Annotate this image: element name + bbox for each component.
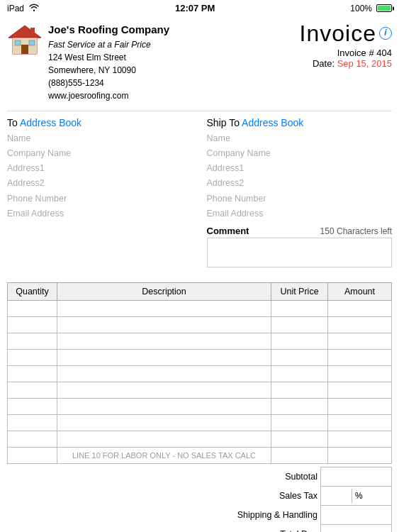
row9-unit[interactable] <box>271 431 328 448</box>
row2-amount[interactable] <box>328 317 392 333</box>
comment-chars-left: 150 Characters left <box>320 226 392 236</box>
header-amount: Amount <box>328 283 392 301</box>
row9-qty[interactable] <box>8 431 57 448</box>
to-email: Email Address <box>7 206 193 221</box>
totals-section: Subtotal Sales Tax % Shipping & Handling <box>7 467 392 532</box>
to-label: To <box>7 117 18 128</box>
labor-row: LINE 10 FOR LABOR ONLY - NO SALES TAX CA… <box>8 448 392 464</box>
row1-qty[interactable] <box>8 301 57 317</box>
row3-desc[interactable] <box>57 333 271 350</box>
row5-amount[interactable] <box>328 366 392 382</box>
to-address1: Address1 <box>7 161 193 176</box>
main-content: Joe's Roofing Company Fast Service at a … <box>0 16 399 532</box>
info-icon[interactable]: i <box>379 27 392 40</box>
row8-amount[interactable] <box>328 415 392 431</box>
ship-to-label: Ship To <box>207 117 240 128</box>
header-quantity: Quantity <box>8 283 57 301</box>
status-bar: iPad 12:07 PM 100% <box>0 0 399 16</box>
shipping-value[interactable] <box>321 506 392 525</box>
row5-unit[interactable] <box>271 366 328 382</box>
row10-unit[interactable] <box>271 448 328 464</box>
invoice-header: Joe's Roofing Company Fast Service at a … <box>7 22 392 102</box>
status-left: iPad <box>7 3 40 13</box>
ship-to-address-book-link[interactable]: Address Book <box>242 117 303 128</box>
row2-qty[interactable] <box>8 317 57 333</box>
battery-icon <box>376 4 392 12</box>
to-section: To Address Book Name Company Name Addres… <box>7 117 193 276</box>
wifi-icon <box>28 3 40 13</box>
invoice-table: Quantity Description Unit Price Amount <box>7 282 392 464</box>
row1-amount[interactable] <box>328 301 392 317</box>
row6-desc[interactable] <box>57 382 271 399</box>
date-value: Sep 15, 2015 <box>337 58 392 69</box>
table-row <box>8 350 392 366</box>
svg-rect-2 <box>21 45 28 54</box>
ship-to-fields: Name Company Name Address1 Address2 Phon… <box>207 131 393 222</box>
row2-unit[interactable] <box>271 317 328 333</box>
subtotal-row: Subtotal <box>235 467 392 487</box>
row6-qty[interactable] <box>8 382 57 399</box>
subtotal-label: Subtotal <box>235 467 321 487</box>
row3-unit[interactable] <box>271 333 328 350</box>
row7-qty[interactable] <box>8 399 57 415</box>
table-row <box>8 431 392 448</box>
total-due-label: Total Due <box>235 525 321 533</box>
to-name: Name <box>7 131 193 146</box>
row8-unit[interactable] <box>271 415 328 431</box>
row5-qty[interactable] <box>8 366 57 382</box>
row6-amount[interactable] <box>328 382 392 399</box>
invoice-title: Invoice <box>300 22 376 45</box>
invoice-label: Invoice # <box>337 48 374 58</box>
row10-amount[interactable] <box>328 448 392 464</box>
sales-tax-input[interactable] <box>324 489 352 503</box>
row10-labor-note: LINE 10 FOR LABOR ONLY - NO SALES TAX CA… <box>57 448 271 464</box>
header-divider <box>7 111 392 111</box>
row8-qty[interactable] <box>8 415 57 431</box>
carrier-label: iPad <box>7 4 24 13</box>
comment-section: Comment 150 Characters left <box>207 226 393 270</box>
total-due-value[interactable] <box>321 525 392 533</box>
company-logo <box>7 22 43 57</box>
to-phone: Phone Number <box>7 192 193 206</box>
invoice-number-value: 404 <box>376 48 392 58</box>
row8-desc[interactable] <box>57 415 271 431</box>
ship-company: Company Name <box>207 146 393 161</box>
ship-name: Name <box>207 131 393 146</box>
row4-amount[interactable] <box>328 350 392 366</box>
table-row <box>8 399 392 415</box>
row3-qty[interactable] <box>8 333 57 350</box>
row9-desc[interactable] <box>57 431 271 448</box>
row4-qty[interactable] <box>8 350 57 366</box>
table-row <box>8 366 392 382</box>
row7-desc[interactable] <box>57 399 271 415</box>
company-website: www.joesroofing.com <box>48 89 169 102</box>
table-row <box>8 317 392 333</box>
row9-amount[interactable] <box>328 431 392 448</box>
ship-address2: Address2 <box>207 176 393 191</box>
ship-phone: Phone Number <box>207 192 393 206</box>
subtotal-value[interactable] <box>321 467 392 487</box>
to-company: Company Name <box>7 146 193 161</box>
company-details: Joe's Roofing Company Fast Service at a … <box>48 22 169 102</box>
company-address1: 124 West Elm Street <box>48 51 169 64</box>
company-name: Joe's Roofing Company <box>48 22 169 38</box>
row3-amount[interactable] <box>328 333 392 350</box>
row7-unit[interactable] <box>271 399 328 415</box>
row6-unit[interactable] <box>271 382 328 399</box>
ship-address1: Address1 <box>207 161 393 176</box>
totals-table: Subtotal Sales Tax % Shipping & Handling <box>235 467 392 532</box>
row10-qty[interactable] <box>8 448 57 464</box>
to-heading: To Address Book <box>7 117 193 128</box>
row4-desc[interactable] <box>57 350 271 366</box>
row5-desc[interactable] <box>57 366 271 382</box>
to-address-book-link[interactable]: Address Book <box>20 117 82 128</box>
ship-to-heading: Ship To Address Book <box>207 117 393 128</box>
comment-textarea[interactable] <box>207 238 393 267</box>
percent-sign: % <box>352 491 366 501</box>
row1-desc[interactable] <box>57 301 271 317</box>
row7-amount[interactable] <box>328 399 392 415</box>
row4-unit[interactable] <box>271 350 328 366</box>
row1-unit[interactable] <box>271 301 328 317</box>
row2-desc[interactable] <box>57 317 271 333</box>
svg-rect-3 <box>15 40 21 45</box>
